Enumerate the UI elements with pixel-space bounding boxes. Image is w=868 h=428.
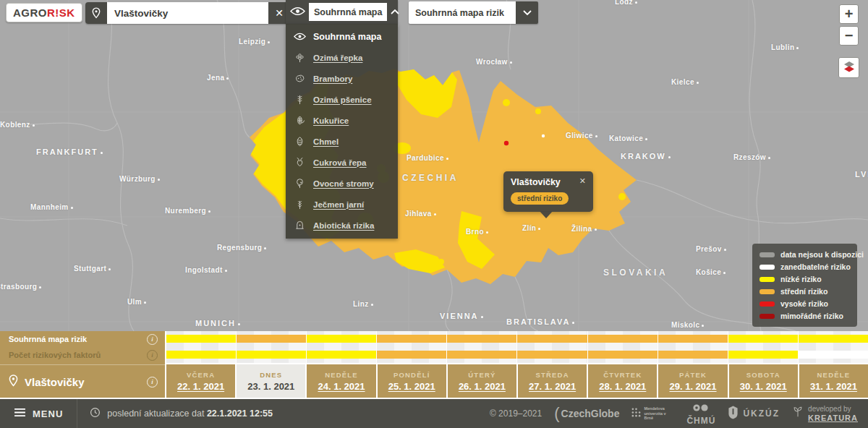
day-date: 23. 1. 2021 [247,381,294,392]
day-name: STŘEDA [535,371,569,379]
ukzuz-logo[interactable]: ÚKZÚZ [728,406,780,422]
hamburger-icon [14,408,26,419]
risk-legend: data nejsou k dispozicizanedbatelné rizi… [752,244,857,327]
footer-bar: MENU poslední aktualizace dat 22.1.2021 … [0,398,868,428]
map-label: Leipzig [239,38,270,46]
location-search[interactable]: ✕ [85,2,290,24]
menu-item-wheat[interactable]: Ozimá pšenice [286,89,398,110]
risk-band-medium [517,335,587,343]
menu-item-label: Brambory [313,74,352,83]
menu-item-abiotic[interactable]: Abiotická rizika [286,215,398,236]
zoom-out-button[interactable]: − [839,26,859,46]
chevron-down-icon[interactable] [516,1,538,24]
risk-cell[interactable] [588,331,658,347]
map-tooltip: Vlaštovičky ✕ střední riziko [503,171,593,212]
rapeseed-icon [294,52,306,63]
day-cell[interactable]: NEDĚLE31. 1. 2021 [799,364,868,398]
risk-cell[interactable] [237,347,307,363]
risk-cell[interactable] [307,331,377,347]
menu-item-sugar-beet[interactable]: Cukrová řepa [286,152,398,173]
risk-cell[interactable] [799,331,868,347]
risk-cell[interactable] [517,331,587,347]
risk-cell[interactable] [447,331,517,347]
chmu-logo[interactable]: ČHMÚ [686,401,715,426]
risk-cell[interactable] [377,331,447,347]
fruit-tree-icon [294,178,306,189]
chevron-up-icon[interactable] [391,9,399,14]
map-type-value: Souhrnná mapa rizik [409,1,516,24]
risk-cell[interactable] [377,347,447,363]
info-icon[interactable] [147,334,158,345]
day-cell[interactable]: NEDĚLE24. 1. 2021 [307,364,375,398]
risk-cell[interactable] [166,347,237,363]
menu-item-barley[interactable]: Ječmen jarní [286,194,398,215]
menu-item-corn[interactable]: Kukuřice [286,110,398,131]
menu-item-fruit-tree[interactable]: Ovocné stromy [286,173,398,194]
menu-item-eye[interactable]: Souhrnná mapa [286,26,398,47]
risk-cell[interactable] [307,347,377,363]
map-canvas[interactable]: KoblenzFRANKFURTLeipzigJenaWürzburgMannh… [0,0,868,331]
map-label: VIENNA [440,312,483,320]
day-name: ÚTERÝ [468,371,495,379]
risk-cell[interactable] [658,347,728,363]
menu-item-potato[interactable]: Brambory [286,68,398,89]
risk-cell[interactable] [588,347,658,363]
risk-cell[interactable] [799,347,868,363]
menu-item-label: Ovocné stromy [313,179,374,188]
legend-label: střední riziko [780,287,827,296]
day-name: PONDĚLÍ [393,371,430,379]
mendel-university-logo[interactable]: Mendelova univerzita v Brně [631,406,674,421]
day-cell[interactable]: PONDĚLÍ25. 1. 2021 [378,364,446,398]
map-label: BRATISLAVA [506,317,574,326]
location-name: Vlaštovičky [25,376,140,388]
menu-item-rapeseed[interactable]: Ozimá řepka [286,47,398,68]
risk-band-medium [588,335,658,343]
risk-band-medium [658,351,728,359]
layers-button[interactable] [838,57,859,78]
app-logo[interactable]: AGROR!SK [6,3,82,22]
legend-item: mimořádné riziko [760,312,850,320]
crop-selector[interactable]: Souhrnná mapa [286,0,398,24]
day-cell[interactable]: ÚTERÝ26. 1. 2021 [448,364,516,398]
map-label: Zlín [522,224,540,232]
search-input[interactable] [107,2,268,24]
legend-item: střední riziko [760,287,850,296]
czechglobe-logo[interactable]: ( CzechGlobe [554,404,619,423]
day-cell[interactable]: STŘEDA27. 1. 2021 [518,364,587,398]
risk-cell[interactable] [728,331,799,347]
map-label: Linz [353,300,373,308]
location-pin-icon [9,374,18,389]
day-cell[interactable]: PÁTEK29. 1. 2021 [658,364,727,398]
risk-cell[interactable] [517,347,587,363]
risk-cell[interactable] [166,331,237,347]
legend-swatch [760,314,775,319]
map-label: SLOVAKIA [603,268,668,278]
day-date: 30. 1. 2021 [740,381,787,392]
kreatura-link[interactable]: KREATURA [808,414,858,422]
risk-band-medium [447,351,516,359]
day-cell[interactable]: SOBOTA30. 1. 2021 [729,364,798,398]
info-icon[interactable] [147,350,158,361]
risk-band-low [307,351,376,359]
risk-band-medium [237,335,306,343]
day-name: DNES [260,371,282,379]
map-label: Prešov [696,245,726,253]
risk-cell[interactable] [728,347,799,363]
zoom-in-button[interactable]: + [839,4,859,24]
menu-item-label: Kukuřice [313,116,349,125]
day-cell-today[interactable]: DNES23. 1. 2021 [237,364,305,398]
day-name: SOBOTA [746,371,780,379]
day-cell[interactable]: ČTVRTEK28. 1. 2021 [588,364,657,398]
menu-item-hops[interactable]: Chmel [286,131,398,152]
day-cell[interactable]: VČERA22. 1. 2021 [166,364,235,398]
map-label: Mannheim [30,203,73,211]
risk-cell[interactable] [237,331,307,347]
map-label: Strasbourg [0,283,41,291]
menu-button[interactable]: MENU [0,399,77,428]
day-date: 29. 1. 2021 [669,381,716,392]
info-icon[interactable] [147,377,158,388]
tooltip-close-icon[interactable]: ✕ [579,177,586,185]
risk-cell[interactable] [447,347,517,363]
risk-cell[interactable] [658,331,728,347]
map-type-selector[interactable]: Souhrnná mapa rizik [409,1,538,24]
